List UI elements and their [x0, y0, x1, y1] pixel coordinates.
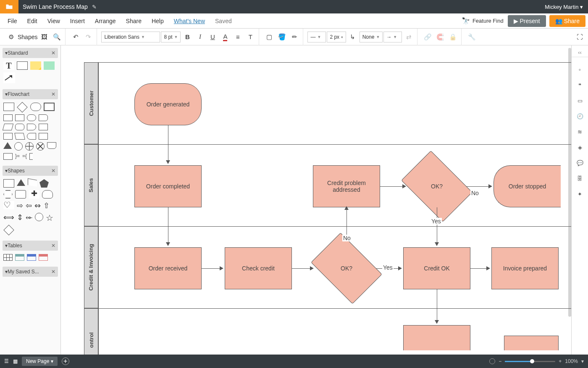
edge[interactable] [470, 268, 487, 269]
node-below-1[interactable] [403, 325, 470, 350]
edge[interactable] [466, 186, 489, 187]
sh-hex[interactable] [3, 190, 13, 199]
fc-brace[interactable]: ={ [22, 153, 27, 160]
edge[interactable] [168, 207, 168, 243]
layers-icon[interactable]: ≋ [576, 129, 584, 135]
font-size-select[interactable]: 8 pt▼ [161, 32, 181, 42]
menu-view[interactable]: View [42, 15, 65, 27]
edge[interactable] [437, 207, 437, 243]
sh-callout[interactable]: ⬰ [26, 213, 32, 223]
fc-terminator[interactable] [30, 103, 41, 111]
magnet-icon[interactable]: 🧲 [434, 31, 446, 43]
list-view-icon[interactable]: ☰ [4, 358, 9, 364]
fc-decision[interactable] [17, 102, 27, 112]
sh-plus[interactable]: ✚ [29, 190, 39, 199]
lib-standard-header[interactable]: ▾ Standard✕ [3, 48, 58, 58]
line-corner-button[interactable]: ↳ [347, 31, 359, 43]
fc-predefined[interactable] [44, 103, 55, 111]
data-icon[interactable]: 🗄 [576, 175, 584, 182]
sh-pent[interactable] [39, 179, 49, 188]
node-check-credit[interactable]: Check credit [225, 247, 292, 289]
fc-shape[interactable] [15, 114, 24, 121]
sh-star[interactable]: ☆ [46, 213, 53, 223]
redo-button[interactable]: ↷ [82, 31, 94, 43]
node-credit-problem[interactable]: Credit problem addressed [313, 165, 380, 207]
fullscreen-button[interactable]: ⛶ [574, 31, 585, 43]
font-select[interactable]: Liberation Sans▼ [101, 32, 160, 42]
magic-icon[interactable]: ✦ [576, 191, 584, 197]
menu-help[interactable]: Help [147, 15, 169, 27]
close-icon[interactable]: ✕ [51, 168, 55, 174]
fc-shape[interactable] [15, 124, 24, 130]
gear-icon[interactable]: ⚙ [5, 31, 17, 43]
lane-customer[interactable]: Customer [84, 62, 98, 144]
fc-shape[interactable] [39, 133, 48, 140]
sh-oct[interactable] [15, 190, 26, 199]
present-button[interactable]: ▶ Present [508, 15, 546, 27]
fc-process[interactable] [3, 103, 14, 111]
zoom-out-button[interactable]: − [499, 358, 501, 364]
node-below-2[interactable] [504, 336, 559, 350]
history-icon[interactable]: 🕘 [576, 113, 584, 119]
fc-bracket[interactable] [29, 153, 33, 160]
text-options-button[interactable]: T [244, 31, 256, 43]
table-shape[interactable] [3, 254, 13, 261]
table-shape[interactable] [15, 254, 24, 261]
text-shape[interactable]: T [3, 61, 14, 70]
fc-shape[interactable] [3, 133, 13, 140]
canvas[interactable]: Customer Sales Credit & Invoicing ontrol… [61, 45, 571, 355]
document-icon[interactable]: ▫ [576, 66, 584, 73]
sh-cloud[interactable] [42, 190, 53, 199]
fc-shape[interactable] [27, 133, 36, 140]
sh-rect[interactable] [3, 179, 14, 188]
fc-shape[interactable] [47, 142, 56, 149]
collapse-rail-button[interactable]: ‹‹ [572, 48, 588, 57]
lib-flowchart-header[interactable]: ▾ Flowchart✕ [3, 89, 58, 99]
line-style-select[interactable]: — ▼ [307, 32, 326, 42]
menu-insert[interactable]: Insert [65, 15, 90, 27]
image-icon[interactable]: 🖼 [38, 31, 50, 43]
link-icon[interactable]: 🔗 [422, 31, 433, 43]
close-icon[interactable]: ✕ [51, 243, 55, 249]
fc-circle[interactable] [14, 142, 23, 151]
node-order-generated[interactable]: Order generated [134, 83, 202, 125]
fc-shape[interactable] [14, 133, 25, 140]
fc-shape[interactable] [39, 124, 48, 130]
chat-icon[interactable]: 💬 [576, 160, 584, 166]
table-shape[interactable] [39, 254, 48, 261]
sh-arrow-u[interactable]: ⇧ [43, 201, 50, 210]
edit-title-icon[interactable]: ✎ [92, 4, 97, 10]
sh-heart[interactable]: ♡ [3, 201, 14, 209]
table-shape[interactable] [27, 254, 36, 261]
arrow-shape[interactable] [3, 72, 15, 83]
sh-circle[interactable] [35, 213, 43, 221]
lock-icon[interactable]: 🔒 [447, 31, 459, 43]
sh-arrow-l[interactable]: ⇦ [26, 201, 32, 210]
fc-tri[interactable] [3, 142, 12, 149]
block-shape[interactable] [44, 61, 55, 70]
line-width-select[interactable]: 2 px ♦ [327, 32, 346, 42]
share-button[interactable]: 👥 Share [549, 15, 585, 27]
close-icon[interactable]: ✕ [51, 269, 55, 275]
sh-tri[interactable] [17, 179, 25, 186]
fc-data[interactable] [3, 124, 13, 130]
menu-arrange[interactable]: Arrange [90, 15, 121, 27]
swap-ends-button[interactable]: ⇄ [403, 31, 415, 43]
close-icon[interactable]: ✕ [51, 50, 55, 56]
align-button[interactable]: ≡ [232, 31, 244, 43]
fc-shape[interactable] [39, 114, 48, 121]
lane-sales[interactable]: Sales [84, 144, 98, 226]
lib-shapes-header[interactable]: ▾ Shapes✕ [3, 166, 58, 176]
sh-rt-tri[interactable] [28, 178, 37, 187]
edge[interactable] [168, 125, 168, 161]
sh-arrow-ud[interactable]: ⇕ [17, 213, 23, 223]
underline-button[interactable]: U [207, 31, 218, 43]
fill-color-button[interactable]: 🪣 [276, 31, 288, 43]
user-menu[interactable]: Mickey Martin ▾ [545, 4, 583, 10]
presentation-icon[interactable]: ▭ [576, 98, 584, 104]
close-icon[interactable]: ✕ [51, 91, 55, 97]
node-order-stopped[interactable]: Order stopped [494, 165, 561, 207]
fc-shape[interactable] [27, 114, 36, 121]
sh-arrow-r[interactable]: ⇨ [17, 201, 23, 210]
fc-brace[interactable]: }= [15, 153, 20, 160]
